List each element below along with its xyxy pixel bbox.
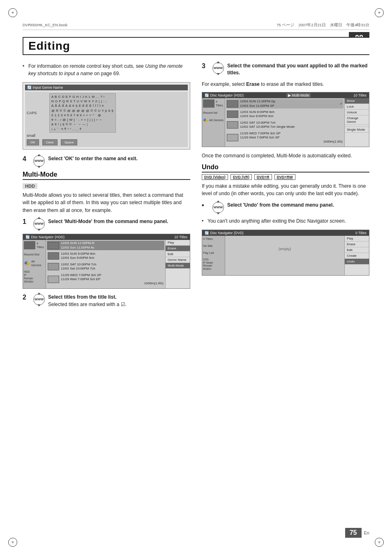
nav-dvd-menu: Play Erase Edit Create Undo bbox=[344, 236, 369, 275]
nav-dvd-play: Play bbox=[345, 236, 369, 242]
completed-text: Once the command is completed, Multi-Mod… bbox=[202, 152, 369, 159]
nav-sidebar-item-3: 🎭 All Genres bbox=[24, 260, 45, 267]
step-1-icon: WWW bbox=[33, 218, 45, 230]
meta-text: DVR650HK_KC_EN.book bbox=[23, 23, 67, 28]
nav-dvd-create: Create bbox=[345, 253, 369, 259]
nav-hdd-titles: 10 Titles bbox=[174, 235, 187, 239]
ss-btn-row: OK Clear Space bbox=[27, 139, 186, 145]
page-lang: En bbox=[364, 530, 369, 535]
right-column: 3 WWW Select the command that you want a… bbox=[202, 62, 369, 311]
left-column: For information on remote control key sh… bbox=[23, 62, 190, 311]
format-badges: DVD (Video) DVD (VR) DVD+R DVD+RW bbox=[202, 174, 369, 180]
nav-dvd-edit: Edit bbox=[345, 247, 369, 253]
nav-mm-menu-unlock: Unlock bbox=[345, 110, 369, 115]
nav-menu-play: Play bbox=[166, 240, 190, 246]
undo-bullet: • bbox=[202, 202, 209, 209]
nav-menu-multimode: Multi-Mode bbox=[166, 263, 190, 269]
undo-step: • WWW Select 'Undo' from the command men… bbox=[202, 202, 369, 213]
nav-dvd-screenshot: 🔄 Disc Navigator (DVD) 0 Titles 4 Titles… bbox=[202, 230, 369, 276]
nav-dvd-sidebar: 4 Titles No title Pay List DVDIP ModeRem… bbox=[202, 236, 225, 275]
nav-menu-erase: Erase bbox=[166, 246, 190, 251]
nav-sidebar-item-2: Recent first bbox=[24, 253, 45, 256]
hdd-label: HDD bbox=[23, 183, 37, 189]
step-2-note: Selected titles are marked with a ☑. bbox=[48, 302, 127, 307]
nav-sidebar-item-4: HDDIPRemain30h30m bbox=[24, 270, 45, 283]
step-3-text: Select the command that you want applied… bbox=[227, 62, 369, 76]
step-4-num: 4 bbox=[23, 155, 30, 163]
step-3: 3 WWW Select the command that you want a… bbox=[202, 62, 369, 76]
all-genres-icon: 🎭 bbox=[24, 260, 30, 266]
step-2: 2 WWW Select titles from the title list.… bbox=[23, 294, 190, 307]
nav-hdd-title-bar: 🔄 Disc Navigator (HDD) 10 Titles bbox=[23, 234, 190, 240]
page-title-bar: Editing bbox=[23, 37, 369, 55]
nav-multimode-main: 12/03 SUN 11:00PM-Sp 12/03 Sun 11:00PM S… bbox=[225, 98, 344, 147]
undo-icon: WWW bbox=[212, 202, 224, 213]
ok-btn[interactable]: OK bbox=[27, 139, 39, 145]
nav-dvd-title: 🔄 Disc Navigator (DVD) bbox=[205, 231, 244, 235]
nav-hdd-sidebar: 4 Titles Recent first 🎭 All Genres HDDIP… bbox=[23, 240, 46, 288]
nav-dvd-sidebar-1: 4 Titles bbox=[203, 237, 224, 241]
nav-list-item-4: 11/29 WED 7:00PM 3ch SP 11/29 Wed 7:00PM… bbox=[47, 273, 164, 286]
nav-mm-menu-lock: Lock bbox=[345, 104, 369, 110]
undo-heading: Undo bbox=[202, 164, 369, 173]
nav-multimode-screenshot: 🔄 Disc Navigator (HDD) ▶ Multi-Mode 10 T… bbox=[202, 92, 369, 147]
step-2-text: Select titles from the title list. bbox=[48, 294, 117, 300]
nav-mm-menu-single: Single Mode bbox=[345, 127, 369, 133]
nav-mm-item-3: 12/02 SAT 10:00PM 7ch 12/02 SAT 10:00PM … bbox=[226, 120, 344, 130]
page-number-box: 75 bbox=[345, 528, 362, 538]
format-dvdplusrw: DVD+RW bbox=[274, 174, 295, 180]
email-row: small bbox=[27, 134, 186, 138]
step-1-text: Select 'Multi-Mode' from the command men… bbox=[48, 218, 168, 225]
step-3-num: 3 bbox=[202, 62, 209, 70]
nav-thumb bbox=[48, 242, 59, 249]
screenshot-title-text: 🔄 Input Genre Name bbox=[27, 85, 63, 90]
nav-multimode-badge: ▶ Multi-Mode bbox=[286, 93, 311, 97]
nav-thumb-4 bbox=[48, 276, 59, 283]
page-title: Editing bbox=[28, 39, 70, 53]
step-1: 1 WWW Select 'Multi-Mode' from the comma… bbox=[23, 218, 190, 230]
nav-mm-item-1: 12/03 SUN 11:00PM-Sp 12/03 Sun 11:00PM S… bbox=[226, 99, 344, 108]
checkmark-1: ✓ bbox=[340, 102, 343, 106]
step-2-num: 2 bbox=[23, 294, 30, 301]
corner-mark-br bbox=[375, 538, 384, 547]
step-4-text: Select 'OK' to enter the name and exit. bbox=[48, 155, 138, 162]
step-3-example: For example, select Erase to erase all t… bbox=[202, 81, 369, 88]
nav-multimode-title-bar: 🔄 Disc Navigator (HDD) ▶ Multi-Mode 10 T… bbox=[202, 92, 369, 98]
nav-sidebar-item: 4 Titles bbox=[24, 241, 45, 249]
all-genres-icon-2: 🎭 bbox=[203, 118, 208, 122]
corner-mark-tr bbox=[375, 8, 384, 17]
bullet-intro: For information on remote control key sh… bbox=[23, 62, 190, 77]
nav-mm-thumb-4 bbox=[227, 134, 238, 141]
format-dvd-vr: DVD (VR) bbox=[231, 174, 252, 180]
two-column-layout: For information on remote control key sh… bbox=[23, 62, 369, 311]
nav-mm-item-4: 11/29 WED 7:00PM 3ch SP 11/29 Wed 7:00PM… bbox=[226, 131, 344, 145]
nav-dvd-sidebar-3: Pay List bbox=[203, 251, 224, 255]
space-btn[interactable]: Space bbox=[61, 139, 78, 145]
nav-mm-menu-move: Move bbox=[345, 98, 369, 104]
format-dvd-video: DVD (Video) bbox=[202, 174, 228, 180]
nav-dvd-title-bar: 🔄 Disc Navigator (DVD) 0 Titles bbox=[202, 230, 369, 236]
step-1-num: 1 bbox=[23, 218, 30, 226]
nav-mm-item-2: 12/03 SUN 8:00PM 8ch 12/03 Sun 8:00PM 9c… bbox=[226, 110, 344, 119]
nav-dvd-titles: 0 Titles bbox=[355, 231, 367, 235]
nav-multimode-menu: Move Lock Unlock Change Genre Single Mod… bbox=[344, 98, 369, 147]
nav-mm-thumb-1 bbox=[203, 99, 214, 108]
undo-body: If you make a mistake while editing, you… bbox=[202, 182, 369, 198]
multimode-body: Multi-Mode allows you to select several … bbox=[23, 191, 190, 214]
nav-hdd-menu: Play Erase Edit Genre Name Multi-Mode bbox=[165, 240, 190, 288]
keyboard-chars: A B C D E F G H I J K L M . , ? ! N O P … bbox=[49, 93, 116, 133]
nav-hdd-title: 🔄 Disc Navigator (HDD) bbox=[25, 235, 65, 239]
main-content: Editing For information on remote contro… bbox=[23, 37, 369, 530]
nav-menu-genre: Genre Name bbox=[166, 257, 190, 263]
meta-bar: DVR650HK_KC_EN.book 75 ページ 2007年2月21日 水曜… bbox=[23, 23, 369, 30]
format-dvdplusr: DVD+R bbox=[254, 174, 272, 180]
corner-mark-bl bbox=[8, 538, 17, 547]
clear-btn[interactable]: Clear bbox=[42, 139, 58, 145]
nav-list-item-2: 12/03 SUN 9:00PM 8ch 12/03 Sun 9:00PM 9c… bbox=[47, 251, 164, 261]
nav-hdd-body: 4 Titles Recent first 🎭 All Genres HDDIP… bbox=[23, 240, 190, 288]
nav-thumb-1 bbox=[24, 241, 35, 249]
nav-dvd-undo: Undo bbox=[345, 259, 369, 265]
nav-mm-sidebar-3: 🎭 All Genres bbox=[203, 118, 224, 122]
nav-list-item-3: 12/02 SAT 10:00PM 7ch 12/02 Sat 10:00PM … bbox=[47, 262, 164, 272]
nav-mm-menu-genre: Change Genre bbox=[345, 115, 369, 125]
